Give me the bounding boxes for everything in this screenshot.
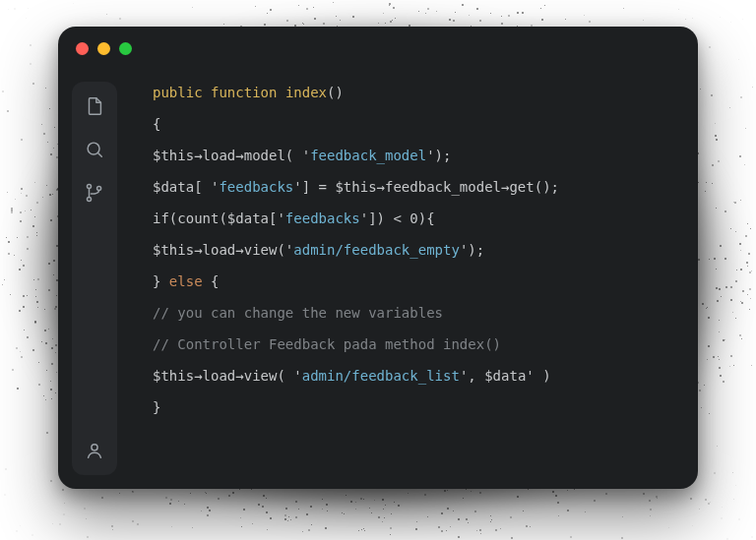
code-line: } (135, 400, 680, 414)
token: public (153, 85, 203, 100)
token: if(count($data[' (153, 210, 285, 226)
token: '); (426, 148, 451, 163)
code-window: public function index(){$this→load→model… (58, 27, 698, 489)
token: '); (460, 242, 484, 258)
token: } (153, 273, 169, 289)
code-line: } else { (135, 274, 680, 288)
token: $this→load→view(' (153, 242, 293, 258)
code-line: // Controller Feedback pada method index… (135, 337, 680, 351)
svg-point-4 (92, 445, 97, 450)
token: // you can change the new variables (153, 305, 443, 321)
token: () (327, 85, 344, 100)
token: $this→load→model( ' (153, 148, 310, 163)
code-line: $data[ 'feedbacks'] = $this→feedback_mod… (135, 180, 680, 194)
token (203, 85, 211, 100)
token: feedback_model (310, 148, 426, 163)
code-line: $this→load→model( 'feedback_model'); (135, 149, 680, 162)
token: admin/feedback_empty (293, 242, 460, 258)
token: $this→load→view( ' (153, 368, 302, 384)
token: feedbacks (285, 210, 360, 226)
traffic-zoom[interactable] (119, 42, 132, 55)
traffic-close[interactable] (76, 42, 89, 55)
file-icon[interactable] (84, 95, 105, 117)
token: { (153, 116, 160, 132)
git-branch-icon[interactable] (84, 182, 105, 204)
code-line: $this→load→view('admin/feedback_empty'); (135, 243, 680, 257)
token (277, 85, 284, 100)
code-line: public function index() (135, 86, 680, 99)
traffic-minimize[interactable] (97, 42, 110, 55)
token: ']) < 0){ (360, 210, 435, 226)
token: ', $data' ) (460, 368, 551, 384)
token: $data[ ' (153, 179, 219, 195)
code-line: // you can change the new variables (135, 306, 680, 320)
token: // Controller Feedback pada method index… (153, 336, 501, 352)
token: } (153, 399, 160, 415)
token: function (211, 85, 277, 100)
token: else (169, 273, 203, 289)
stage: public function index(){$this→load→model… (0, 0, 756, 540)
code-line: if(count($data['feedbacks']) < 0){ (135, 211, 680, 225)
token: index (285, 85, 327, 100)
titlebar (58, 27, 698, 70)
token: '] = $this→feedback_model→get(); (293, 179, 559, 195)
activity-bar (72, 82, 117, 475)
token: feedbacks (219, 179, 293, 195)
code-editor[interactable]: public function index(){$this→load→model… (135, 86, 680, 471)
token: { (203, 273, 220, 289)
token: admin/feedback_list (302, 368, 460, 384)
account-icon[interactable] (84, 440, 105, 461)
code-line: { (135, 117, 680, 131)
code-line: $this→load→view( 'admin/feedback_list', … (135, 369, 680, 383)
search-icon[interactable] (84, 139, 105, 160)
